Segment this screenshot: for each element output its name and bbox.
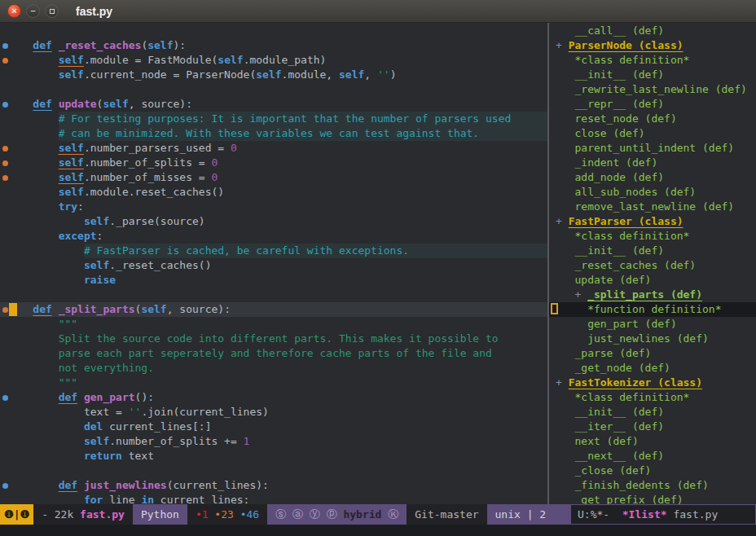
code-line[interactable]: parse each part seperately and therefore…	[0, 346, 547, 361]
imenu-item[interactable]: __repr__ (def)	[549, 97, 756, 112]
flycheck-error-count[interactable]: •1	[196, 508, 209, 521]
code-line[interactable]: not everything.	[0, 361, 547, 376]
code-token	[7, 258, 84, 273]
code-line[interactable]: self.current_node = ParserNode(self.modu…	[0, 68, 547, 82]
imenu-item[interactable]: _parse (def)	[549, 346, 756, 361]
code-line[interactable]	[0, 464, 547, 478]
imenu-item[interactable]: __call__ (def)	[549, 24, 756, 38]
imenu-item[interactable]: parent_until_indent (def)	[549, 141, 756, 156]
code-line[interactable]: self.number_of_splits += 1	[0, 434, 547, 449]
code-token: )	[390, 68, 397, 82]
code-line[interactable]: self.module.reset_caches()	[0, 185, 547, 200]
maximize-button[interactable]	[45, 4, 59, 18]
expand-icon[interactable]: +	[556, 376, 569, 390]
code-token: ._parse(source)	[109, 214, 204, 229]
code-line[interactable]: self.number_of_splits = 0	[0, 156, 547, 170]
imenu-item[interactable]: close (def)	[549, 126, 756, 141]
buffer-info-segment[interactable]: - 22k fast.py	[33, 504, 133, 525]
code-token	[7, 361, 59, 376]
minimize-button[interactable]: –	[26, 4, 40, 18]
imenu-item[interactable]: _finish_dedents (def)	[549, 478, 756, 493]
code-line[interactable]: text = ''.join(current_lines)	[0, 405, 547, 420]
code-line[interactable]: return text	[0, 449, 547, 464]
code-token: not everything.	[59, 361, 154, 376]
code-line[interactable]: def _reset_caches(self):	[0, 38, 547, 53]
imenu-item[interactable]: _reset_caches (def)	[549, 258, 756, 273]
imenu-item[interactable]: __init__ (def)	[549, 405, 756, 420]
code-line[interactable]: def just_newlines(current_lines):	[0, 478, 547, 493]
expand-icon[interactable]: +	[556, 214, 569, 229]
imenu-item-label: ParserNode (class)	[569, 38, 683, 53]
imenu-item[interactable]: + ParserNode (class)	[549, 38, 756, 53]
imenu-item[interactable]: _close (def)	[549, 464, 756, 478]
code-line[interactable]: self.number_parsers_used = 0	[0, 141, 547, 156]
imenu-indent	[556, 82, 574, 97]
imenu-item[interactable]: *function definition*	[549, 302, 756, 317]
code-line[interactable]	[0, 82, 547, 97]
imenu-item[interactable]: + FastParser (class)	[549, 214, 756, 229]
imenu-indent	[556, 185, 574, 200]
imenu-item[interactable]: __init__ (def)	[549, 244, 756, 258]
code-line[interactable]: raise	[0, 273, 547, 288]
flycheck-segment[interactable]: •1 •23 •46	[187, 504, 267, 525]
imenu-item-label: _close (def)	[574, 464, 651, 478]
close-button[interactable]: ×	[7, 4, 21, 18]
code-token	[7, 332, 59, 346]
imenu-item[interactable]: _get_node (def)	[549, 361, 756, 376]
buffer-name: fast.py	[80, 508, 125, 521]
code-line[interactable]: def update(self, source):	[0, 97, 547, 112]
code-line[interactable]: self._parse(source)	[0, 214, 547, 229]
imenu-indent	[556, 258, 574, 273]
expand-icon[interactable]: +	[556, 38, 569, 53]
imenu-item[interactable]: + FastTokenizer (class)	[549, 376, 756, 390]
flycheck-info-count[interactable]: •46	[240, 508, 259, 521]
imenu-item[interactable]: all_sub_nodes (def)	[549, 185, 756, 200]
code-line[interactable]: try:	[0, 200, 547, 214]
imenu-item[interactable]: __next__ (def)	[549, 449, 756, 464]
imenu-item[interactable]: _get_prefix (def)	[549, 493, 756, 504]
code-line[interactable]: """	[0, 376, 547, 390]
imenu-item[interactable]: reset_node (def)	[549, 112, 756, 126]
title-bar[interactable]: × – fast.py	[0, 0, 756, 23]
echo-area[interactable]	[0, 525, 756, 536]
imenu-sidebar[interactable]: __call__ (def)+ ParserNode (class) *clas…	[549, 23, 756, 504]
code-line[interactable]: self.number_of_misses = 0	[0, 170, 547, 185]
imenu-item[interactable]: + _split_parts (def)	[549, 288, 756, 302]
code-line[interactable]: """	[0, 317, 547, 332]
code-line[interactable]: # FastParser is cached, be careful with …	[0, 244, 547, 258]
code-token	[7, 493, 84, 504]
code-editor[interactable]: def _reset_caches(self): self.module = F…	[0, 23, 547, 504]
imenu-item[interactable]: _rewrite_last_newline (def)	[549, 82, 756, 97]
code-line[interactable]: self.module = FastModule(self.module_pat…	[0, 53, 547, 68]
flycheck-warning-count[interactable]: •23	[214, 508, 233, 521]
imenu-item[interactable]: __init__ (def)	[549, 68, 756, 82]
code-line[interactable]: # can be minimized. With these variables…	[0, 126, 547, 141]
code-line[interactable]	[0, 288, 547, 302]
imenu-item[interactable]: *class definition*	[549, 390, 756, 405]
imenu-item[interactable]: update (def)	[549, 273, 756, 288]
code-line[interactable]: def gen_part():	[0, 390, 547, 405]
imenu-item[interactable]: _indent (def)	[549, 156, 756, 170]
code-line[interactable]: del current_lines[:]	[0, 420, 547, 434]
imenu-item[interactable]: gen_part (def)	[549, 317, 756, 332]
imenu-item[interactable]: *class definition*	[549, 53, 756, 68]
code-line[interactable]: self._reset_caches()	[0, 258, 547, 273]
imenu-item[interactable]: remove_last_newline (def)	[549, 200, 756, 214]
code-line[interactable]: Split the source code into different par…	[0, 332, 547, 346]
code-token: :	[77, 200, 84, 214]
imenu-item[interactable]: next (def)	[549, 434, 756, 449]
imenu-item[interactable]: just_newlines (def)	[549, 332, 756, 346]
code-line[interactable]: except:	[0, 229, 547, 244]
code-token: self	[59, 185, 84, 200]
imenu-item[interactable]: __iter__ (def)	[549, 420, 756, 434]
code-line[interactable]: # For testing purposes: It is important …	[0, 112, 547, 126]
code-line[interactable]: for line in current_lines:	[0, 493, 547, 504]
imenu-item[interactable]: add_node (def)	[549, 170, 756, 185]
git-branch-segment[interactable]: Git-master	[407, 504, 486, 525]
code-token: .number_of_splits +=	[109, 434, 243, 449]
expand-icon[interactable]: +	[574, 288, 587, 302]
imenu-item[interactable]: *class definition*	[549, 229, 756, 244]
code-token	[7, 53, 59, 68]
major-mode-segment[interactable]: Python	[133, 504, 187, 525]
code-line[interactable]: def _split_parts(self, source):	[0, 302, 547, 317]
